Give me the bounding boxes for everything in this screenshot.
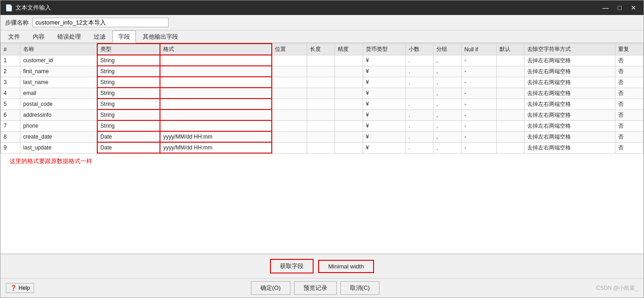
- table-row[interactable]: 9last_updateDateyyyy/MM/dd HH:mm¥.,-去掉左右…: [1, 142, 644, 153]
- col-header-format: 格式: [160, 44, 272, 55]
- footer-row: ❓ Help 确定(O) 预览记录 取消(C) CSDN @小凯菜_: [0, 278, 644, 298]
- table-row[interactable]: 5postal_codeString¥.,-去掉左右两端空格否: [1, 99, 644, 109]
- table-container[interactable]: # 名称 类型 格式 位置 长度 精度 货币类型 小数 分组 Null if 默…: [0, 43, 644, 254]
- help-button[interactable]: ❓ Help: [6, 283, 34, 293]
- preview-button[interactable]: 预览记录: [294, 281, 337, 295]
- get-fields-button[interactable]: 获取字段: [270, 259, 314, 273]
- table-row[interactable]: 2first_nameString¥.,-去掉左右两端空格否: [1, 66, 644, 77]
- col-header-decimal: 小数: [405, 44, 434, 55]
- col-header-num: #: [1, 44, 20, 55]
- window-controls: — □ ✕: [600, 4, 639, 11]
- main-window: 📄 文本文件输入 — □ ✕ 步骤名称 文件 内容 错误处理 过滤 字段 其他输…: [0, 0, 644, 298]
- tab-other-fields[interactable]: 其他输出字段: [137, 30, 184, 43]
- main-content: # 名称 类型 格式 位置 长度 精度 货币类型 小数 分组 Null if 默…: [0, 43, 644, 278]
- col-header-type: 类型: [97, 44, 160, 55]
- col-header-group: 分组: [434, 44, 462, 55]
- close-button[interactable]: ✕: [628, 4, 639, 11]
- title-bar: 📄 文本文件输入 — □ ✕: [0, 0, 644, 15]
- help-icon: ❓: [10, 285, 17, 291]
- table-row[interactable]: 1customer_idString¥.,-去掉左右两端空格否: [1, 55, 644, 66]
- col-header-nullif: Null if: [461, 44, 496, 55]
- col-header-default: 默认: [496, 44, 524, 55]
- tab-error[interactable]: 错误处理: [51, 30, 87, 43]
- fields-table: # 名称 类型 格式 位置 长度 精度 货币类型 小数 分组 Null if 默…: [0, 43, 644, 154]
- cancel-button[interactable]: 取消(C): [340, 281, 379, 295]
- tab-filter[interactable]: 过滤: [88, 30, 111, 43]
- footer-actions: 确定(O) 预览记录 取消(C): [251, 281, 379, 295]
- col-header-currency: 货币类型: [363, 44, 405, 55]
- table-row[interactable]: 6addressinfoString¥.,-去掉左右两端空格否: [1, 109, 644, 120]
- watermark: CSDN @小凯菜_: [596, 284, 638, 292]
- annotation-text: 这里的格式要跟原数据格式一样: [0, 154, 644, 169]
- maximize-button[interactable]: □: [615, 4, 624, 11]
- tab-fields[interactable]: 字段: [112, 30, 136, 43]
- tabs-row: 文件 内容 错误处理 过滤 字段 其他输出字段: [0, 30, 644, 43]
- col-header-precision: 精度: [335, 44, 363, 55]
- title-bar-left: 📄 文本文件输入: [5, 4, 51, 12]
- help-label: Help: [19, 285, 30, 291]
- col-header-repeat: 重复: [615, 44, 644, 55]
- window-title: 文本文件输入: [15, 4, 51, 12]
- col-header-length: 长度: [307, 44, 335, 55]
- col-header-trim: 去除空字符串方式: [524, 44, 615, 55]
- window-icon: 📄: [5, 4, 13, 11]
- action-buttons-row: 获取字段 Minimal width: [0, 254, 644, 278]
- minimal-width-button[interactable]: Minimal width: [318, 260, 374, 273]
- step-label: 步骤名称: [5, 19, 29, 27]
- step-name-input[interactable]: [32, 18, 169, 27]
- confirm-button[interactable]: 确定(O): [251, 281, 290, 295]
- table-row[interactable]: 7phoneString¥.,-去掉左右两端空格否: [1, 120, 644, 131]
- table-row[interactable]: 4emailString¥,-去掉左右两端空格否: [1, 88, 644, 99]
- tab-content[interactable]: 内容: [27, 30, 50, 43]
- table-row[interactable]: 8create_dateDateyyyy/MM/dd HH:mm¥.,-去掉左右…: [1, 131, 644, 142]
- tab-file[interactable]: 文件: [2, 30, 26, 43]
- col-header-position: 位置: [272, 44, 307, 55]
- table-row[interactable]: 3last_nameString¥.,-去掉左右两端空格否: [1, 77, 644, 88]
- step-row: 步骤名称: [0, 15, 644, 30]
- col-header-name: 名称: [20, 44, 97, 55]
- minimize-button[interactable]: —: [600, 4, 612, 11]
